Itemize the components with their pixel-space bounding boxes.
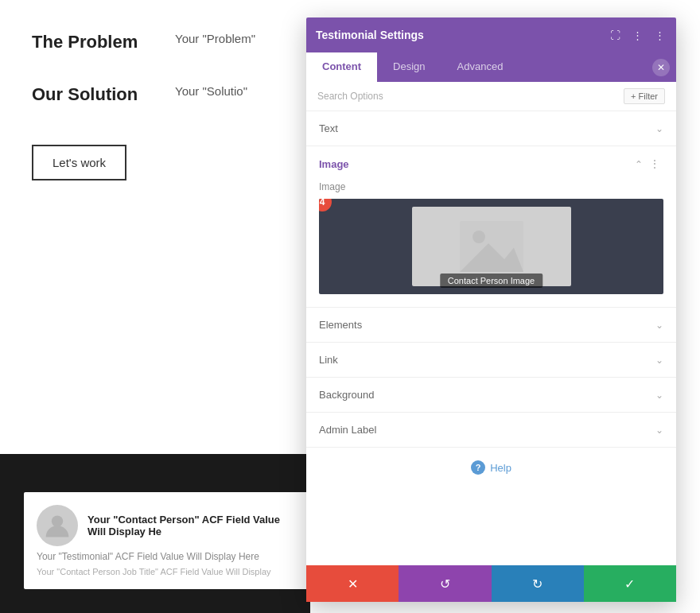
cancel-icon: ✕: [348, 576, 358, 592]
tab-advanced[interactable]: Advanced: [441, 52, 519, 82]
accordion-image: Image ⌄ ⋮ Image 4: [306, 146, 676, 308]
accordion-elements-header[interactable]: Elements ⌄: [306, 308, 676, 342]
admin-label-chevron-icon: ⌄: [655, 425, 663, 436]
panel-header: Testimonial Settings ⛶ ⋮ ⋮: [306, 17, 676, 52]
close-button[interactable]: ✕: [652, 59, 670, 76]
testimonial-preview-card: Your "Contact Person" ACF Field Value Wi…: [24, 492, 310, 589]
image-header-right: ⌄ ⋮: [635, 157, 663, 170]
accordion-elements-label: Elements: [319, 319, 362, 331]
cta-button[interactable]: Let's work: [32, 145, 126, 180]
image-field-label: Image: [319, 181, 663, 192]
problem-title: The Problem: [32, 32, 159, 52]
accordion-link-header[interactable]: Link ⌄: [306, 343, 676, 377]
accordion-text: Text ⌄: [306, 111, 676, 146]
accordion-text-header[interactable]: Text ⌄: [306, 111, 676, 145]
link-chevron-icon: ⌄: [655, 355, 663, 366]
accordion-admin-label-label: Admin Label: [319, 424, 376, 436]
filter-button[interactable]: + Filter: [624, 88, 665, 104]
save-button[interactable]: ✓: [584, 565, 676, 602]
solution-text: Your "Solutio": [175, 84, 247, 98]
accordion-image-header[interactable]: Image ⌄ ⋮: [306, 146, 676, 181]
accordion-background-label: Background: [319, 389, 374, 401]
save-icon: ✓: [624, 576, 635, 592]
accordion-background: Background ⌄: [306, 378, 676, 413]
accordion-background-header[interactable]: Background ⌄: [306, 378, 676, 412]
text-chevron-icon: ⌄: [655, 123, 663, 134]
elements-chevron-icon: ⌄: [655, 320, 663, 331]
problem-text: Your "Problem": [175, 32, 255, 45]
svg-point-0: [52, 515, 63, 526]
avatar-icon: [43, 511, 72, 540]
help-section[interactable]: ? Help: [306, 448, 676, 487]
columns-icon[interactable]: ⋮: [630, 28, 644, 42]
panel-title: Testimonial Settings: [316, 29, 424, 41]
tabs-row: Content Design Advanced ✕: [306, 52, 676, 82]
panel-toolbar: ✕ ↺ ↻ ✓: [306, 565, 676, 602]
settings-panel: Testimonial Settings ⛶ ⋮ ⋮ Content Desig…: [306, 17, 676, 602]
background-chevron-icon: ⌄: [655, 390, 663, 401]
help-label: Help: [490, 462, 511, 474]
accordion-text-label: Text: [319, 122, 338, 134]
tab-design[interactable]: Design: [377, 52, 441, 82]
testimonial-quote: Your "Testimonial" ACF Field Value Will …: [37, 551, 298, 562]
solution-title: Our Solution: [32, 84, 159, 105]
panel-body: Text ⌄ Image ⌄ ⋮ Image 4: [306, 111, 676, 565]
undo-button[interactable]: ↺: [399, 565, 491, 602]
accordion-link-label: Link: [319, 354, 338, 366]
image-upload-area[interactable]: 4 Contact Person Image: [319, 199, 663, 294]
placeholder-image-icon: [460, 215, 523, 278]
image-expanded-content: Image 4 Contact Person Image: [306, 181, 676, 307]
accordion-elements: Elements ⌄: [306, 308, 676, 343]
accordion-admin-label: Admin Label ⌄: [306, 413, 676, 448]
svg-point-2: [472, 231, 485, 243]
accordion-link: Link ⌄: [306, 343, 676, 378]
image-caption: Contact Person Image: [440, 274, 542, 288]
cancel-button[interactable]: ✕: [306, 565, 399, 602]
badge-4: 4: [319, 199, 332, 211]
help-icon: ?: [471, 460, 485, 475]
image-more-icon[interactable]: ⋮: [649, 157, 660, 170]
image-chevron-icon: ⌄: [635, 158, 643, 169]
undo-icon: ↺: [440, 576, 450, 592]
panel-header-icons: ⛶ ⋮ ⋮: [608, 28, 667, 42]
redo-icon: ↻: [532, 576, 542, 592]
expand-icon[interactable]: ⛶: [608, 28, 622, 42]
accordion-admin-label-header[interactable]: Admin Label ⌄: [306, 413, 676, 447]
avatar: [37, 505, 78, 546]
accordion-image-label: Image: [319, 158, 349, 170]
redo-button[interactable]: ↻: [492, 565, 584, 602]
close-area: ✕: [652, 52, 676, 82]
search-bar: Search Options + Filter: [306, 82, 676, 111]
testimonial-subtitle: Your "Contact Person Job Title" ACF Fiel…: [37, 567, 298, 576]
testimonial-name: Your "Contact Person" ACF Field Value Wi…: [88, 514, 298, 537]
tab-content[interactable]: Content: [306, 52, 377, 82]
more-icon[interactable]: ⋮: [652, 28, 667, 42]
search-options-label: Search Options: [317, 91, 383, 102]
